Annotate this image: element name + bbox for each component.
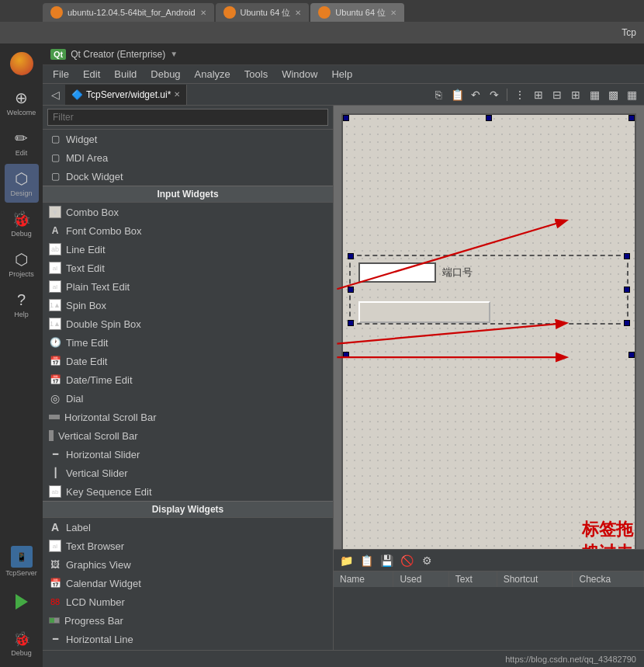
sel-handle-ml[interactable] xyxy=(343,352,349,358)
list-item-calendar-widget[interactable]: 📅 Calendar Widget xyxy=(43,574,333,592)
list-item-text-browser[interactable]: aI Text Browser xyxy=(43,537,333,555)
sel-handle-tl[interactable] xyxy=(343,115,349,121)
col-shortcut: Shortcut xyxy=(497,571,573,587)
list-item-widget[interactable]: ▢ Widget xyxy=(43,130,333,148)
list-item-dock-widget[interactable]: ▢ Dock Widget xyxy=(43,167,333,186)
sidebar-item-edit[interactable]: ✏ Edit xyxy=(5,123,39,162)
toolbar-redo[interactable]: ↷ xyxy=(486,86,503,103)
mdi-area-label: MDI Area xyxy=(66,152,108,164)
sidebar-item-welcome[interactable]: ⊕ Welcome xyxy=(5,83,39,122)
toolbar-btn-1[interactable]: ◁ xyxy=(47,86,64,103)
horizontal-line-icon: ━ xyxy=(49,633,61,645)
firefox-icon-3 xyxy=(318,6,331,19)
browser-tab-3[interactable]: Ubuntu 64 位 ✕ xyxy=(310,3,404,22)
debug2-label: Debug xyxy=(11,649,32,657)
sidebar-run-button[interactable] xyxy=(5,582,39,621)
list-item-line-edit[interactable]: ab Line Edit xyxy=(43,240,333,259)
list-item-text-edit[interactable]: aI Text Edit xyxy=(43,259,333,277)
bottom-btn-settings[interactable]: ⚙ xyxy=(418,552,435,569)
toolbar-paste[interactable]: 📋 xyxy=(448,86,466,103)
text-browser-icon: aI xyxy=(49,540,61,552)
design-icon: ⬡ xyxy=(15,169,28,188)
sidebar-item-help[interactable]: ? Help xyxy=(5,285,39,324)
sidebar-item-debug2[interactable]: 🐞 Debug xyxy=(5,624,39,663)
menu-window[interactable]: Window xyxy=(275,67,324,82)
browser-tab-1-close[interactable]: ✕ xyxy=(200,9,206,17)
h-scroll-bar-label: Horizontal Scroll Bar xyxy=(64,412,157,423)
menu-file[interactable]: File xyxy=(47,67,75,82)
editor-tab-close[interactable]: ✕ xyxy=(174,90,180,99)
sel2-mr[interactable] xyxy=(624,287,630,293)
sel2-tl[interactable] xyxy=(348,253,354,259)
browser-tab-2-close[interactable]: ✕ xyxy=(295,9,301,17)
browser-tab-3-close[interactable]: ✕ xyxy=(390,9,396,17)
toolbar-more2[interactable]: ▩ xyxy=(604,86,621,103)
browser-tab-2-label: Ubuntu 64 位 xyxy=(241,7,291,19)
menu-help[interactable]: Help xyxy=(325,67,358,82)
list-item-horizontal-line[interactable]: ━ Horizontal Line xyxy=(43,630,333,648)
sidebar-item-design[interactable]: ⬡ Design xyxy=(5,164,39,203)
list-item-spin-box[interactable]: 1▲ Spin Box xyxy=(43,296,333,314)
list-item-progress-bar[interactable]: Progress Bar xyxy=(43,611,333,630)
bottom-btn-save[interactable]: 💾 xyxy=(378,552,395,569)
list-item-plain-text-edit[interactable]: aI Plain Text Edit xyxy=(43,277,333,296)
browser-tab-2[interactable]: Ubuntu 64 位 ✕ xyxy=(216,3,310,22)
toolbar-copy[interactable]: ⎘ xyxy=(430,86,447,103)
list-item-double-spin-box[interactable]: 1▲ Double Spin Box xyxy=(43,314,333,333)
sel2-br[interactable] xyxy=(624,320,630,326)
sel2-bl[interactable] xyxy=(348,320,354,326)
firefox-logo xyxy=(10,52,33,75)
widget-list: ▢ Widget ▢ MDI Area ▢ Dock Widget Input … xyxy=(43,130,333,650)
text-browser-label: Text Browser xyxy=(66,540,124,552)
list-item-v-slider[interactable]: ┃ Vertical Slider xyxy=(43,464,333,482)
font-combo-box-icon: A xyxy=(49,224,61,237)
list-item-graphics-view[interactable]: 🖼 Graphics View xyxy=(43,555,333,574)
help-label: Help xyxy=(14,311,29,318)
browser-tab-1[interactable]: ubuntu-12.04.5-64bit_for_Android ✕ xyxy=(43,3,214,22)
menu-analyze[interactable]: Analyze xyxy=(189,67,237,82)
bottom-btn-open[interactable]: 📁 xyxy=(338,552,355,569)
toolbar-align[interactable]: ⋮ xyxy=(511,86,528,103)
filter-input[interactable] xyxy=(47,109,328,126)
list-item-mdi-area[interactable]: ▢ MDI Area xyxy=(43,148,333,167)
toolbar-undo[interactable]: ↶ xyxy=(467,86,484,103)
list-item-dial[interactable]: ◎ Dial xyxy=(43,389,333,408)
toolbar-layout[interactable]: ⊟ xyxy=(549,86,566,103)
list-item-date-edit[interactable]: 📅 Date Edit xyxy=(43,352,333,370)
sidebar-item-projects[interactable]: ⬡ Projects xyxy=(5,245,39,283)
menu-edit[interactable]: Edit xyxy=(77,67,106,82)
editor-tab-widget-ui[interactable]: 🔷 TcpServer/widget.ui* ✕ xyxy=(65,85,187,105)
list-item-v-scroll-bar[interactable]: Vertical Scroll Bar xyxy=(43,426,333,445)
toolbar-more3[interactable]: ▦ xyxy=(623,86,640,103)
menu-build[interactable]: Build xyxy=(108,67,143,82)
list-item-label[interactable]: A Label xyxy=(43,518,333,537)
v-scroll-bar-label: Vertical Scroll Bar xyxy=(58,430,138,442)
menu-tools[interactable]: Tools xyxy=(238,67,274,82)
list-item-font-combo-box[interactable]: A Font Combo Box xyxy=(43,221,333,240)
list-item-time-edit[interactable]: 🕐 Time Edit xyxy=(43,333,333,352)
v-slider-label: Vertical Slider xyxy=(66,467,127,479)
menu-debug[interactable]: Debug xyxy=(144,67,186,82)
sidebar-item-tcpserver[interactable]: 📱 TcpServer xyxy=(5,542,39,581)
bottom-btn-copy[interactable]: 📋 xyxy=(358,552,375,569)
sel-handle-mr[interactable] xyxy=(628,352,635,358)
list-item-lcd-number[interactable]: 88 LCD Number xyxy=(43,592,333,611)
sel-handle-tr[interactable] xyxy=(628,115,635,121)
toolbar-expand[interactable]: ⊞ xyxy=(567,86,584,103)
list-item-key-seq-edit[interactable]: ab Key Sequence Edit xyxy=(43,482,333,501)
toolbar-more1[interactable]: ▦ xyxy=(586,86,603,103)
qt-creator-arrow[interactable]: ▼ xyxy=(170,50,178,58)
sel-handle-tc[interactable] xyxy=(486,115,492,121)
sel2-tr[interactable] xyxy=(624,253,630,259)
toolbar-grid[interactable]: ⊞ xyxy=(530,86,547,103)
list-item-h-scroll-bar[interactable]: Horizontal Scroll Bar xyxy=(43,408,333,426)
list-item-combo-box[interactable]: ▼ Combo Box xyxy=(43,203,333,221)
list-item-h-slider[interactable]: ━ Horizontal Slider xyxy=(43,445,333,464)
sel2-ml[interactable] xyxy=(348,287,354,293)
bottom-btn-stop[interactable]: 🚫 xyxy=(398,552,415,569)
col-text: Text xyxy=(448,571,497,587)
h-slider-label: Horizontal Slider xyxy=(66,449,140,460)
list-item-datetime-edit[interactable]: 📅 Date/Time Edit xyxy=(43,370,333,389)
sidebar-item-debug[interactable]: 🐞 Debug xyxy=(5,204,39,243)
spin-box-icon: 1▲ xyxy=(49,299,61,311)
